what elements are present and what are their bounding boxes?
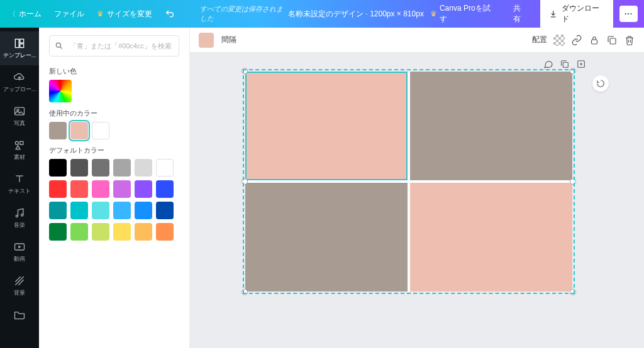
undo-button[interactable] — [165, 9, 175, 19]
color-swatch[interactable] — [92, 159, 109, 177]
main-area: テンプレー... アップロー... 写真 素材 テキスト 音楽 動画 背景 — [0, 28, 644, 348]
music-icon — [13, 207, 26, 219]
duplicate-icon[interactable] — [606, 35, 618, 46]
rail-background[interactable]: 背景 — [0, 269, 39, 303]
topbar-right: ♛ Canva Proを試す 共有 ダウンロード ··· — [424, 0, 638, 29]
color-swatch[interactable] — [135, 180, 152, 198]
svg-point-10 — [56, 43, 60, 47]
color-swatch[interactable] — [156, 159, 174, 177]
photo-icon — [13, 105, 26, 117]
copy-page-icon[interactable] — [560, 59, 570, 69]
rail-text[interactable]: テキスト — [0, 167, 39, 201]
new-color-picker[interactable] — [49, 80, 72, 102]
cloud-upload-icon — [13, 71, 26, 84]
color-swatch[interactable] — [49, 223, 67, 241]
search-icon — [55, 41, 64, 50]
svg-rect-0 — [15, 39, 19, 47]
try-pro-button[interactable]: ♛ Canva Proを試す — [424, 0, 501, 28]
svg-point-5 — [15, 141, 18, 144]
color-swatch[interactable] — [70, 202, 88, 219]
grid-cell[interactable] — [410, 183, 572, 291]
color-swatch[interactable] — [113, 159, 131, 177]
file-menu[interactable]: ファイル — [54, 9, 84, 19]
color-swatch[interactable] — [92, 202, 109, 219]
color-swatch[interactable] — [70, 223, 88, 241]
file-label: ファイル — [54, 9, 84, 19]
rail-uploads[interactable]: アップロー... — [0, 65, 39, 99]
spacing-button[interactable]: 間隔 — [221, 35, 236, 45]
search-input[interactable] — [49, 35, 179, 57]
home-label: ホーム — [19, 9, 42, 19]
color-swatch[interactable] — [92, 122, 109, 139]
color-swatch[interactable] — [70, 180, 88, 198]
shapes-icon — [13, 139, 26, 151]
save-status: すべての変更は保存されました — [200, 4, 288, 23]
topbar-left: 〈 ホーム ファイル ♛ サイズを変更 すべての変更は保存されました — [9, 4, 288, 23]
grid — [245, 72, 572, 291]
add-page-icon[interactable] — [576, 59, 586, 69]
share-button[interactable]: 共有 — [507, 0, 534, 28]
rail-music[interactable]: 音楽 — [0, 201, 39, 235]
rail-templates[interactable]: テンプレー... — [0, 31, 39, 65]
transparency-button[interactable] — [553, 35, 565, 46]
undo-icon — [165, 9, 175, 19]
color-swatch[interactable] — [135, 202, 152, 219]
position-button[interactable]: 配置 — [532, 35, 547, 45]
svg-rect-11 — [592, 40, 597, 44]
color-swatch[interactable] — [92, 223, 109, 241]
color-swatch[interactable] — [113, 223, 131, 241]
comment-icon[interactable] — [543, 59, 553, 69]
rail-elements[interactable]: 素材 — [0, 133, 39, 167]
text-icon — [13, 173, 26, 185]
svg-rect-1 — [20, 39, 24, 43]
svg-rect-12 — [610, 38, 616, 44]
svg-point-8 — [21, 214, 23, 216]
lock-icon[interactable] — [589, 35, 600, 46]
grid-cell[interactable] — [410, 72, 572, 180]
try-pro-label: Canva Proを試す — [440, 3, 495, 24]
grid-cell[interactable] — [245, 72, 408, 180]
rail-label: 写真 — [14, 119, 25, 128]
color-swatch[interactable] — [70, 159, 88, 177]
color-swatch[interactable] — [135, 223, 152, 241]
rail-photos[interactable]: 写真 — [0, 99, 39, 133]
document-title[interactable]: 名称未設定のデザイン · 1200px × 810px — [288, 9, 424, 19]
svg-point-7 — [16, 215, 18, 217]
canvas-stage[interactable] — [190, 53, 644, 348]
download-button[interactable]: ダウンロード — [540, 0, 613, 29]
color-search — [49, 35, 179, 57]
color-swatch[interactable] — [49, 122, 67, 139]
svg-rect-13 — [563, 62, 568, 67]
rail-label: 素材 — [14, 153, 25, 161]
background-icon — [13, 275, 26, 287]
color-swatch[interactable] — [135, 159, 152, 177]
color-swatch[interactable] — [156, 180, 174, 198]
rail-label: テンプレー... — [3, 52, 36, 60]
folder-icon — [13, 308, 26, 321]
rotate-button[interactable] — [592, 75, 609, 92]
link-icon[interactable] — [571, 35, 582, 46]
download-label: ダウンロード — [562, 3, 604, 24]
color-swatch[interactable] — [70, 122, 88, 139]
rail-more[interactable] — [0, 303, 39, 327]
download-icon — [549, 9, 557, 18]
home-button[interactable]: 〈 ホーム — [9, 9, 42, 19]
fill-color-swatch[interactable] — [199, 33, 214, 48]
more-button[interactable]: ··· — [619, 6, 638, 22]
color-swatch[interactable] — [92, 180, 109, 198]
resize-menu[interactable]: ♛ サイズを変更 — [97, 9, 152, 19]
rail-label: 動画 — [14, 255, 25, 263]
color-swatch[interactable] — [113, 180, 131, 198]
trash-icon[interactable] — [624, 35, 635, 46]
crown-icon: ♛ — [430, 9, 437, 18]
color-swatch[interactable] — [49, 202, 67, 219]
color-swatch[interactable] — [156, 202, 174, 219]
color-swatch[interactable] — [113, 202, 131, 219]
color-swatch[interactable] — [49, 180, 67, 198]
new-color-row — [49, 80, 179, 102]
rail-video[interactable]: 動画 — [0, 235, 39, 269]
artboard[interactable] — [245, 72, 572, 291]
color-swatch[interactable] — [156, 223, 174, 241]
color-swatch[interactable] — [49, 159, 67, 177]
grid-cell[interactable] — [245, 183, 408, 291]
